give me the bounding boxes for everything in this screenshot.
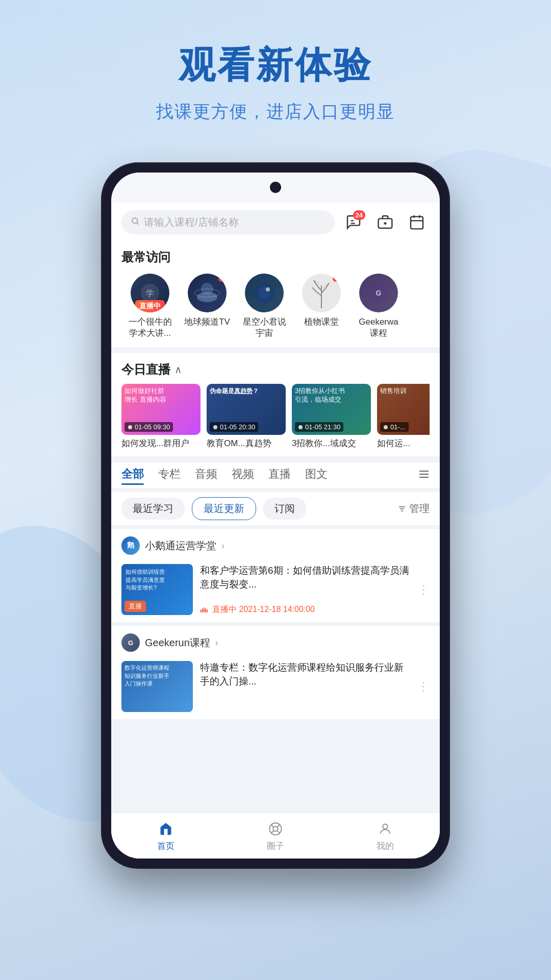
svg-rect-32 [201, 609, 202, 612]
svg-point-38 [273, 826, 278, 831]
tab-video[interactable]: 视频 [232, 467, 254, 485]
visited-item-1[interactable]: 学 直播中 一个很牛的学术大讲... [121, 274, 179, 339]
live-tag-1: 直播 [124, 601, 146, 612]
feed-header-2[interactable]: G Geekerun课程 › [111, 626, 440, 656]
svg-line-40 [277, 830, 280, 833]
live-card-title-4: 如何运... [377, 438, 430, 449]
tab-all[interactable]: 全部 [121, 467, 144, 485]
feed-info-1: 和客户学运营第6期：如何借助训练营提高学员满意度与裂变... 直播中 2021- [200, 564, 410, 615]
svg-point-22 [128, 425, 132, 429]
live-card-1[interactable]: 如何做好社群增长 直播内容 01-05 09:30 如何发现...群用户 [121, 384, 201, 449]
svg-line-42 [271, 830, 274, 833]
live-card-3[interactable]: 3招教你从小红书引流，临场成交 01-05 21:30 3招教你...域成交 [292, 384, 371, 449]
today-live-collapse-icon[interactable]: ∧ [174, 363, 182, 376]
svg-point-23 [213, 425, 217, 429]
camera-dot [270, 182, 281, 193]
visited-name-5: Geekerwa课程 [359, 316, 398, 339]
feed-section-1: 鹅 小鹅通运营学堂 › 如何借助训练营提高学员满意度与裂变增长? 直播 和客户学… [111, 529, 440, 622]
visited-item-5[interactable]: G Geekerwa课程 [350, 274, 407, 339]
live-time-4: 01-... [380, 422, 409, 432]
visited-avatar-5: G [359, 274, 398, 312]
feed-more-icon-1[interactable]: ⋮ [417, 582, 430, 597]
live-card-title-2: 教育OM...真趋势 [207, 438, 286, 449]
filter-recent-update[interactable]: 最近更新 [192, 497, 256, 520]
feed-title-2: 特邀专栏：数字化运营师课程给知识服务行业新手的入门操... [200, 661, 410, 688]
hero-title: 观看新体验 [0, 41, 551, 90]
feed-item-1[interactable]: 如何借助训练营提高学员满意度与裂变增长? 直播 和客户学运营第6期：如何借助训练… [111, 559, 440, 622]
shop-button[interactable] [372, 209, 398, 235]
community-icon [266, 820, 285, 838]
app-content: 请输入课程/店铺名称 24 [111, 203, 440, 859]
nav-home[interactable]: 首页 [111, 813, 221, 859]
tab-more-icon[interactable] [418, 469, 430, 483]
most-visited-title: 最常访问 [121, 249, 430, 265]
most-visited-section: 最常访问 学 直播中 [111, 241, 440, 347]
svg-text:G: G [376, 289, 382, 297]
tab-live[interactable]: 直播 [268, 467, 291, 485]
today-live-section: 今日直播 ∧ 如何做好社群增长 直播内容 01-05 09:30 [111, 353, 440, 456]
feed-title-1: 和客户学运营第6期：如何借助训练营提高学员满意度与裂变... [200, 564, 410, 591]
live-cards-list: 如何做好社群增长 直播内容 01-05 09:30 如何发现...群用户 伪命题… [121, 384, 430, 449]
feed-avatar-2: G [121, 633, 140, 652]
live-card-title-3: 3招教你...域成交 [292, 438, 371, 449]
visited-avatar-3 [245, 274, 284, 312]
svg-point-0 [132, 218, 138, 224]
calendar-button[interactable] [404, 209, 430, 235]
nav-profile[interactable]: 我的 [330, 813, 440, 859]
visited-name-4: 植物课堂 [304, 316, 339, 328]
manage-button[interactable]: 管理 [398, 502, 430, 516]
svg-line-41 [277, 825, 280, 827]
visited-item-3[interactable]: 星空小君说宇宙 [236, 274, 293, 339]
svg-point-18 [266, 287, 270, 291]
feed-channel-name-1: 小鹅通运营学堂 [145, 539, 216, 553]
live-time-2: 01-05 20:30 [210, 422, 258, 432]
live-time-1: 01-05 09:30 [124, 422, 173, 432]
live-badge: 直播中 [135, 300, 165, 312]
nav-home-label: 首页 [157, 840, 174, 852]
svg-rect-36 [207, 609, 208, 612]
tab-audio[interactable]: 音频 [195, 467, 217, 485]
feed-more-icon-2[interactable]: ⋮ [417, 679, 430, 694]
hero-section: 观看新体验 找课更方便，进店入口更明显 [0, 0, 551, 124]
filter-row: 最近学习 最近更新 订阅 管理 [111, 492, 440, 525]
nav-profile-label: 我的 [377, 840, 394, 852]
search-placeholder-text: 请输入课程/店铺名称 [144, 215, 239, 229]
tabs-row: 全部 专栏 音频 视频 直播 图文 [121, 467, 430, 485]
svg-point-43 [383, 824, 387, 829]
svg-rect-35 [205, 608, 206, 612]
search-bar[interactable]: 请输入课程/店铺名称 [121, 210, 335, 234]
visited-item-4[interactable]: 植物课堂 [293, 274, 350, 339]
live-thumb-3: 3招教你从小红书引流，临场成交 01-05 21:30 [292, 384, 371, 435]
tab-column[interactable]: 专栏 [158, 467, 181, 485]
nav-community-label: 圈子 [267, 840, 284, 852]
home-icon [157, 820, 175, 838]
svg-text:学: 学 [146, 289, 154, 298]
feed-arrow-1: › [221, 541, 224, 551]
svg-rect-7 [411, 216, 423, 229]
nav-community[interactable]: 圈子 [221, 813, 331, 859]
feed-header-1[interactable]: 鹅 小鹅通运营学堂 › [111, 529, 440, 559]
filter-recent-study[interactable]: 最近学习 [121, 498, 185, 520]
notification-dot-2 [218, 276, 224, 282]
search-area: 请输入课程/店铺名称 24 [111, 203, 440, 241]
message-button[interactable]: 24 [341, 209, 366, 235]
feed-channel-name-2: Geekerun课程 [145, 636, 210, 650]
tab-article[interactable]: 图文 [305, 467, 328, 485]
feed-section-2: G Geekerun课程 › 数字化运营师课程知识服务行业新手入门操作课 特邀专… [111, 626, 440, 719]
feed-item-2[interactable]: 数字化运营师课程知识服务行业新手入门操作课 特邀专栏：数字化运营师课程给知识服务… [111, 656, 440, 719]
live-card-4[interactable]: 销售培训 01-... 如何运... [377, 384, 430, 449]
message-badge: 24 [353, 210, 365, 220]
manage-label: 管理 [409, 502, 430, 516]
phone-screen: 请输入课程/店铺名称 24 [111, 173, 440, 859]
svg-point-24 [298, 425, 303, 429]
filter-subscribe[interactable]: 订阅 [263, 498, 306, 520]
feed-meta-1: 直播中 2021-12-18 14:00:00 [200, 604, 410, 615]
svg-rect-33 [202, 608, 203, 612]
live-thumb-1: 如何做好社群增长 直播内容 01-05 09:30 [121, 384, 201, 435]
live-card-2[interactable]: 伪命题是真趋势？ 01-05 20:30 教育OM...真趋势 [207, 384, 286, 449]
visited-name-2: 地球频道TV [184, 316, 230, 328]
visited-item-2[interactable]: 地球频道TV [179, 274, 236, 339]
visited-name-1: 一个很牛的学术大讲... [129, 316, 172, 339]
phone-frame: 请输入课程/店铺名称 24 [102, 163, 449, 868]
feed-thumb-img-2: 数字化运营师课程知识服务行业新手入门操作课 [121, 661, 193, 712]
